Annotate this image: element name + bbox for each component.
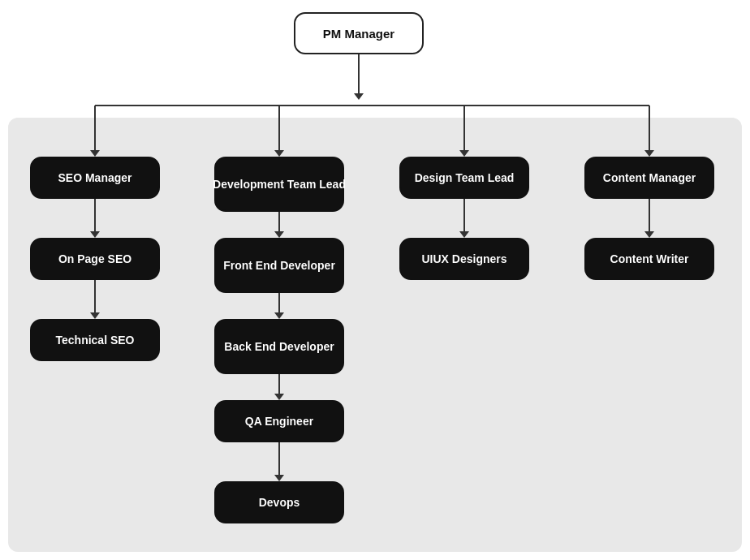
technical-seo-box: Technical SEO	[30, 319, 160, 361]
seo-manager-box: SEO Manager	[30, 157, 160, 199]
uiux-designers-box: UIUX Designers	[399, 238, 529, 280]
devops-box: Devops	[214, 481, 344, 523]
qa-engineer-label: QA Engineer	[245, 415, 313, 428]
qa-engineer-box: QA Engineer	[214, 400, 344, 442]
qa-engineer-node: QA Engineer	[214, 400, 344, 442]
dev-team-lead-box: Development Team Lead	[214, 157, 344, 212]
design-team-lead-box: Design Team Lead	[399, 157, 529, 199]
devops-label: Devops	[259, 496, 300, 509]
chart-container: PM Manager SEO Manager Development Team …	[0, 0, 750, 560]
seo-manager-label: SEO Manager	[58, 171, 131, 184]
uiux-designers-label: UIUX Designers	[421, 252, 506, 265]
on-page-seo-label: On Page SEO	[58, 252, 131, 265]
pm-manager-label: PM Manager	[323, 27, 394, 41]
content-manager-label: Content Manager	[603, 171, 696, 184]
on-page-seo-node: On Page SEO	[30, 238, 160, 280]
front-end-dev-label: Front End Developer	[223, 259, 335, 272]
content-manager-box: Content Manager	[584, 157, 714, 199]
content-writer-node: Content Writer	[584, 238, 714, 280]
on-page-seo-box: On Page SEO	[30, 238, 160, 280]
front-end-dev-box: Front End Developer	[214, 238, 344, 293]
back-end-dev-label: Back End Developer	[224, 340, 334, 353]
technical-seo-label: Technical SEO	[56, 334, 135, 347]
pm-manager-box: PM Manager	[294, 12, 424, 54]
pm-manager-node: PM Manager	[294, 12, 424, 54]
seo-manager-node: SEO Manager	[30, 157, 160, 199]
content-writer-label: Content Writer	[610, 252, 689, 265]
design-team-lead-label: Design Team Lead	[415, 171, 515, 184]
devops-node: Devops	[214, 481, 344, 523]
content-manager-node: Content Manager	[584, 157, 714, 199]
front-end-dev-node: Front End Developer	[214, 238, 344, 293]
design-team-lead-node: Design Team Lead	[399, 157, 529, 199]
back-end-dev-box: Back End Developer	[214, 319, 344, 374]
content-writer-box: Content Writer	[584, 238, 714, 280]
back-end-dev-node: Back End Developer	[214, 319, 344, 374]
svg-marker-1	[354, 93, 364, 100]
dev-team-lead-label: Development Team Lead	[213, 178, 346, 191]
dev-team-lead-node: Development Team Lead	[214, 157, 344, 212]
technical-seo-node: Technical SEO	[30, 319, 160, 361]
uiux-designers-node: UIUX Designers	[399, 238, 529, 280]
